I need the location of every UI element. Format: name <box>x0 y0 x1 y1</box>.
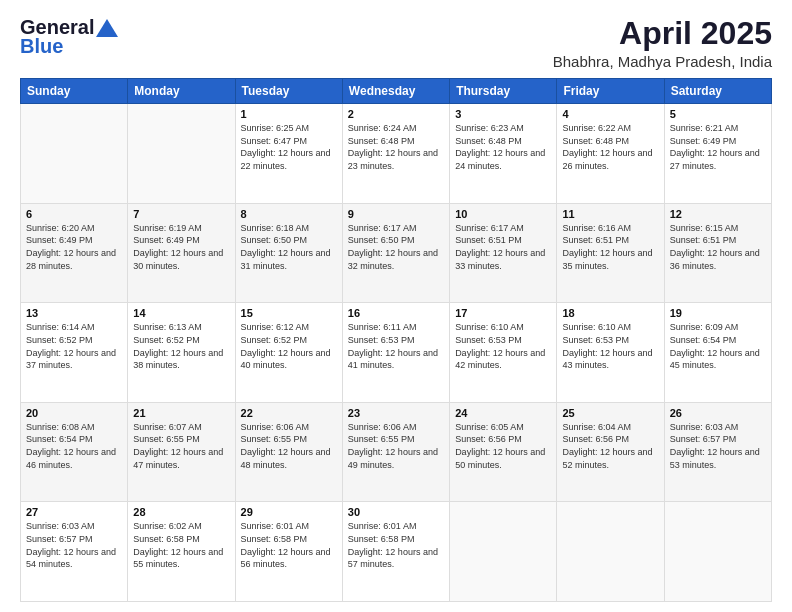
header: General Blue April 2025 Bhabhra, Madhya … <box>20 16 772 70</box>
day-info: Sunrise: 6:08 AMSunset: 6:54 PMDaylight:… <box>26 421 122 471</box>
day-number: 14 <box>133 307 229 319</box>
calendar-day-cell: 8Sunrise: 6:18 AMSunset: 6:50 PMDaylight… <box>235 203 342 303</box>
calendar-day-cell: 12Sunrise: 6:15 AMSunset: 6:51 PMDayligh… <box>664 203 771 303</box>
day-number: 28 <box>133 506 229 518</box>
day-number: 25 <box>562 407 658 419</box>
calendar-header-cell: Wednesday <box>342 79 449 104</box>
calendar-week-row: 27Sunrise: 6:03 AMSunset: 6:57 PMDayligh… <box>21 502 772 602</box>
day-info: Sunrise: 6:13 AMSunset: 6:52 PMDaylight:… <box>133 321 229 371</box>
day-info: Sunrise: 6:04 AMSunset: 6:56 PMDaylight:… <box>562 421 658 471</box>
calendar-header-cell: Monday <box>128 79 235 104</box>
calendar-day-cell <box>450 502 557 602</box>
calendar-table: SundayMondayTuesdayWednesdayThursdayFrid… <box>20 78 772 602</box>
day-info: Sunrise: 6:03 AMSunset: 6:57 PMDaylight:… <box>670 421 766 471</box>
calendar-header-cell: Thursday <box>450 79 557 104</box>
day-number: 24 <box>455 407 551 419</box>
day-info: Sunrise: 6:22 AMSunset: 6:48 PMDaylight:… <box>562 122 658 172</box>
calendar-day-cell: 11Sunrise: 6:16 AMSunset: 6:51 PMDayligh… <box>557 203 664 303</box>
day-info: Sunrise: 6:18 AMSunset: 6:50 PMDaylight:… <box>241 222 337 272</box>
day-number: 5 <box>670 108 766 120</box>
day-info: Sunrise: 6:14 AMSunset: 6:52 PMDaylight:… <box>26 321 122 371</box>
day-info: Sunrise: 6:17 AMSunset: 6:51 PMDaylight:… <box>455 222 551 272</box>
logo-blue: Blue <box>20 35 63 58</box>
day-info: Sunrise: 6:11 AMSunset: 6:53 PMDaylight:… <box>348 321 444 371</box>
calendar-day-cell: 26Sunrise: 6:03 AMSunset: 6:57 PMDayligh… <box>664 402 771 502</box>
day-number: 19 <box>670 307 766 319</box>
calendar-day-cell: 6Sunrise: 6:20 AMSunset: 6:49 PMDaylight… <box>21 203 128 303</box>
day-number: 10 <box>455 208 551 220</box>
svg-marker-0 <box>96 19 118 37</box>
calendar-day-cell: 9Sunrise: 6:17 AMSunset: 6:50 PMDaylight… <box>342 203 449 303</box>
calendar-day-cell: 20Sunrise: 6:08 AMSunset: 6:54 PMDayligh… <box>21 402 128 502</box>
calendar-body: 1Sunrise: 6:25 AMSunset: 6:47 PMDaylight… <box>21 104 772 602</box>
logo-icon <box>96 19 118 37</box>
calendar-day-cell <box>664 502 771 602</box>
day-info: Sunrise: 6:12 AMSunset: 6:52 PMDaylight:… <box>241 321 337 371</box>
page: General Blue April 2025 Bhabhra, Madhya … <box>0 0 792 612</box>
day-number: 16 <box>348 307 444 319</box>
day-info: Sunrise: 6:19 AMSunset: 6:49 PMDaylight:… <box>133 222 229 272</box>
day-info: Sunrise: 6:17 AMSunset: 6:50 PMDaylight:… <box>348 222 444 272</box>
calendar-day-cell: 5Sunrise: 6:21 AMSunset: 6:49 PMDaylight… <box>664 104 771 204</box>
day-info: Sunrise: 6:01 AMSunset: 6:58 PMDaylight:… <box>348 520 444 570</box>
day-number: 26 <box>670 407 766 419</box>
day-number: 30 <box>348 506 444 518</box>
calendar-day-cell <box>128 104 235 204</box>
day-number: 22 <box>241 407 337 419</box>
day-info: Sunrise: 6:03 AMSunset: 6:57 PMDaylight:… <box>26 520 122 570</box>
day-info: Sunrise: 6:15 AMSunset: 6:51 PMDaylight:… <box>670 222 766 272</box>
calendar-day-cell: 2Sunrise: 6:24 AMSunset: 6:48 PMDaylight… <box>342 104 449 204</box>
calendar-week-row: 6Sunrise: 6:20 AMSunset: 6:49 PMDaylight… <box>21 203 772 303</box>
day-number: 29 <box>241 506 337 518</box>
day-info: Sunrise: 6:06 AMSunset: 6:55 PMDaylight:… <box>241 421 337 471</box>
day-info: Sunrise: 6:10 AMSunset: 6:53 PMDaylight:… <box>455 321 551 371</box>
day-number: 20 <box>26 407 122 419</box>
calendar-day-cell: 23Sunrise: 6:06 AMSunset: 6:55 PMDayligh… <box>342 402 449 502</box>
calendar-header-row: SundayMondayTuesdayWednesdayThursdayFrid… <box>21 79 772 104</box>
calendar-day-cell: 21Sunrise: 6:07 AMSunset: 6:55 PMDayligh… <box>128 402 235 502</box>
day-info: Sunrise: 6:02 AMSunset: 6:58 PMDaylight:… <box>133 520 229 570</box>
calendar-day-cell: 24Sunrise: 6:05 AMSunset: 6:56 PMDayligh… <box>450 402 557 502</box>
day-number: 7 <box>133 208 229 220</box>
calendar-header-cell: Saturday <box>664 79 771 104</box>
day-number: 23 <box>348 407 444 419</box>
day-info: Sunrise: 6:01 AMSunset: 6:58 PMDaylight:… <box>241 520 337 570</box>
calendar-day-cell: 30Sunrise: 6:01 AMSunset: 6:58 PMDayligh… <box>342 502 449 602</box>
day-number: 12 <box>670 208 766 220</box>
day-info: Sunrise: 6:20 AMSunset: 6:49 PMDaylight:… <box>26 222 122 272</box>
day-number: 13 <box>26 307 122 319</box>
calendar-header-cell: Sunday <box>21 79 128 104</box>
calendar-day-cell: 17Sunrise: 6:10 AMSunset: 6:53 PMDayligh… <box>450 303 557 403</box>
calendar-day-cell: 27Sunrise: 6:03 AMSunset: 6:57 PMDayligh… <box>21 502 128 602</box>
calendar-day-cell: 13Sunrise: 6:14 AMSunset: 6:52 PMDayligh… <box>21 303 128 403</box>
calendar-day-cell: 14Sunrise: 6:13 AMSunset: 6:52 PMDayligh… <box>128 303 235 403</box>
day-number: 9 <box>348 208 444 220</box>
calendar-day-cell: 19Sunrise: 6:09 AMSunset: 6:54 PMDayligh… <box>664 303 771 403</box>
logo: General Blue <box>20 16 118 58</box>
day-number: 15 <box>241 307 337 319</box>
day-number: 2 <box>348 108 444 120</box>
calendar-day-cell: 3Sunrise: 6:23 AMSunset: 6:48 PMDaylight… <box>450 104 557 204</box>
month-title: April 2025 <box>553 16 772 51</box>
day-info: Sunrise: 6:16 AMSunset: 6:51 PMDaylight:… <box>562 222 658 272</box>
day-number: 4 <box>562 108 658 120</box>
day-number: 6 <box>26 208 122 220</box>
calendar-day-cell: 18Sunrise: 6:10 AMSunset: 6:53 PMDayligh… <box>557 303 664 403</box>
calendar-day-cell: 28Sunrise: 6:02 AMSunset: 6:58 PMDayligh… <box>128 502 235 602</box>
day-info: Sunrise: 6:07 AMSunset: 6:55 PMDaylight:… <box>133 421 229 471</box>
calendar-header-cell: Tuesday <box>235 79 342 104</box>
calendar-day-cell: 22Sunrise: 6:06 AMSunset: 6:55 PMDayligh… <box>235 402 342 502</box>
title-block: April 2025 Bhabhra, Madhya Pradesh, Indi… <box>553 16 772 70</box>
day-number: 21 <box>133 407 229 419</box>
calendar-day-cell: 1Sunrise: 6:25 AMSunset: 6:47 PMDaylight… <box>235 104 342 204</box>
location: Bhabhra, Madhya Pradesh, India <box>553 53 772 70</box>
day-number: 3 <box>455 108 551 120</box>
day-number: 1 <box>241 108 337 120</box>
day-info: Sunrise: 6:24 AMSunset: 6:48 PMDaylight:… <box>348 122 444 172</box>
day-number: 18 <box>562 307 658 319</box>
day-info: Sunrise: 6:06 AMSunset: 6:55 PMDaylight:… <box>348 421 444 471</box>
calendar-week-row: 20Sunrise: 6:08 AMSunset: 6:54 PMDayligh… <box>21 402 772 502</box>
day-number: 11 <box>562 208 658 220</box>
calendar-day-cell: 7Sunrise: 6:19 AMSunset: 6:49 PMDaylight… <box>128 203 235 303</box>
calendar-day-cell <box>557 502 664 602</box>
